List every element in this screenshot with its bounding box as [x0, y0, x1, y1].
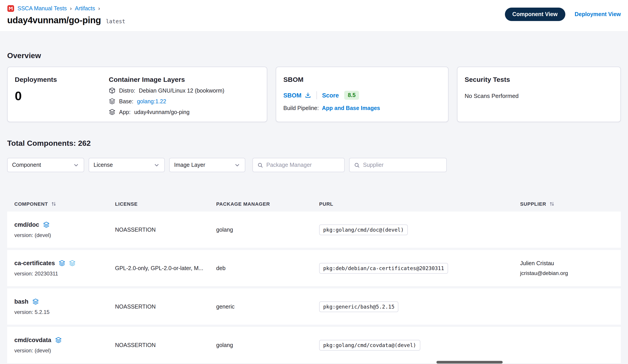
search-icon	[354, 162, 360, 168]
build-pipeline-link[interactable]: App and Base Images	[322, 105, 380, 111]
purl-chip[interactable]: pkg:deb/debian/ca-certificates@20230311	[319, 263, 448, 273]
sbom-title: SBOM	[283, 76, 441, 83]
component-cell: ca-certificates version: 20230311	[14, 260, 115, 277]
component-view-button[interactable]: Component View	[505, 8, 565, 21]
layers-icon	[59, 260, 65, 266]
layer-item-base: Base: golang:1.22	[109, 98, 260, 105]
container-layers-block: Container Image Layers Distro: Debian GN…	[109, 76, 260, 113]
package-manager-search	[252, 158, 345, 172]
purl-chip[interactable]: pkg:golang/cmd/covdata@(devel)	[319, 340, 420, 350]
sbom-row: SBOM Score 8.5	[283, 91, 441, 100]
package-manager-cell: deb	[216, 265, 319, 271]
package-manager-cell: generic	[216, 303, 319, 310]
sort-icon[interactable]	[51, 201, 56, 207]
layer-value: uday4vunnam/go-ping	[134, 109, 189, 115]
component-name: cmd/covdata	[14, 337, 51, 343]
deployment-view-link[interactable]: Deployment View	[574, 11, 621, 17]
table-header-row: COMPONENT LICENSE PACKAGE MANAGER PURL S…	[7, 196, 621, 212]
search-icon	[257, 162, 263, 168]
column-header-purl: PURL	[319, 201, 520, 207]
security-tests-status: No Scans Performed	[465, 93, 613, 99]
layers-icon	[43, 221, 49, 228]
horizontal-scrollbar-thumb[interactable]	[436, 361, 503, 364]
column-header-package-manager: PACKAGE MANAGER	[216, 201, 319, 207]
image-layer-filter-select[interactable]: Image Layer	[169, 158, 245, 172]
breadcrumb-link-project[interactable]: SSCA Manual Tests	[17, 5, 67, 12]
artifact-tag: latest	[106, 18, 125, 25]
security-tests-card: Security Tests No Scans Performed	[457, 67, 621, 122]
image-layer-filter-value: Image Layer	[174, 162, 205, 168]
column-header-supplier[interactable]: SUPPLIER	[520, 201, 614, 207]
purl-cell: pkg:generic/bash@5.2.15	[319, 301, 520, 312]
purl-cell: pkg:deb/debian/ca-certificates@20230311	[319, 263, 520, 273]
sbom-link-label: SBOM	[283, 92, 302, 99]
layer-value: Debian GNU/Linux 12 (bookworm)	[139, 87, 224, 94]
component-version: version: 20230311	[14, 270, 115, 277]
sbom-download-link[interactable]: SBOM	[283, 92, 311, 99]
column-header-license: LICENSE	[115, 201, 216, 207]
component-filter-select[interactable]: Component	[7, 158, 84, 172]
component-cell: bash version: 5.2.15	[14, 298, 115, 315]
column-header-label: COMPONENT	[14, 201, 48, 207]
build-pipeline-label: Build Pipeline:	[283, 105, 319, 111]
filters-bar: Component License Image Layer	[7, 158, 621, 172]
layers-icon	[55, 337, 62, 343]
chevron-down-icon	[234, 162, 240, 168]
supplier-search-input[interactable]	[363, 162, 442, 168]
overview-cards: Deployments 0 Container Image Layers Dis…	[7, 67, 621, 122]
breadcrumb-link-artifacts[interactable]: Artifacts	[75, 5, 95, 12]
purl-cell: pkg:golang/cmd/covdata@(devel)	[319, 340, 520, 350]
layers-icon	[109, 98, 115, 105]
sbom-score-badge: 8.5	[344, 91, 359, 100]
license-cell: NOASSERTION	[115, 227, 216, 233]
package-manager-search-input[interactable]	[266, 162, 340, 168]
license-cell: GPL-2.0-only, GPL-2.0-or-later, M...	[115, 265, 216, 271]
column-header-component[interactable]: COMPONENT	[14, 201, 115, 207]
supplier-cell: Julien Cristau jcristau@debian.org	[520, 260, 614, 276]
column-header-label: PACKAGE MANAGER	[216, 201, 270, 207]
sbom-card: SBOM SBOM Score 8.5 Build Pipeline: App …	[276, 67, 449, 122]
table-row[interactable]: ca-certificates version: 20230311 GPL-2.…	[7, 250, 621, 286]
cube-icon	[109, 87, 115, 94]
breadcrumb-separator: ›	[70, 5, 72, 12]
purl-chip[interactable]: pkg:golang/cmd/doc@(devel)	[319, 224, 408, 235]
layer-label: Base:	[119, 98, 133, 104]
table-row[interactable]: cmd/covdata version: (devel) NOASSERTION…	[7, 327, 621, 363]
chevron-down-icon	[154, 162, 160, 168]
component-version: version: (devel)	[14, 232, 115, 238]
security-tests-title: Security Tests	[465, 76, 613, 83]
page-header: SSCA Manual Tests › Artifacts › uday4vun…	[0, 0, 628, 32]
download-icon	[305, 92, 311, 98]
component-version: version: 5.2.15	[14, 309, 115, 315]
supplier-cell	[520, 343, 614, 347]
table-row[interactable]: bash version: 5.2.15 NOASSERTION generic…	[7, 288, 621, 325]
purl-chip[interactable]: pkg:generic/bash@5.2.15	[319, 301, 398, 312]
deployments-title: Deployments	[15, 76, 109, 83]
layers-icon	[32, 298, 39, 305]
layer-label: App:	[119, 109, 131, 115]
supplier-cell	[520, 228, 614, 231]
base-image-link[interactable]: golang:1.22	[137, 98, 166, 104]
components-table: COMPONENT LICENSE PACKAGE MANAGER PURL S…	[7, 196, 621, 363]
license-filter-select[interactable]: License	[89, 158, 165, 172]
layer-label: Distro:	[119, 87, 135, 94]
license-cell: NOASSERTION	[115, 303, 216, 310]
sort-icon[interactable]	[549, 201, 554, 207]
deployments-block: Deployments 0	[15, 76, 109, 113]
layers-icon	[109, 109, 115, 115]
deployments-layers-card: Deployments 0 Container Image Layers Dis…	[7, 67, 267, 122]
chevron-down-icon	[73, 162, 79, 168]
table-row[interactable]: cmd/doc version: (devel) NOASSERTION gol…	[7, 212, 621, 248]
component-version: version: (devel)	[14, 347, 115, 354]
component-name: ca-certificates	[14, 260, 55, 266]
vertical-divider	[316, 91, 317, 99]
purl-cell: pkg:golang/cmd/doc@(devel)	[319, 224, 520, 235]
component-filter-value: Component	[12, 162, 41, 168]
supplier-search	[349, 158, 447, 172]
supplier-name: Julien Cristau	[520, 260, 614, 266]
package-manager-cell: golang	[216, 227, 319, 233]
layers-icon	[69, 260, 76, 266]
container-layers-title: Container Image Layers	[109, 76, 260, 83]
layer-item-distro: Distro: Debian GNU/Linux 12 (bookworm)	[109, 87, 260, 94]
view-toggle: Component View Deployment View	[505, 8, 621, 21]
